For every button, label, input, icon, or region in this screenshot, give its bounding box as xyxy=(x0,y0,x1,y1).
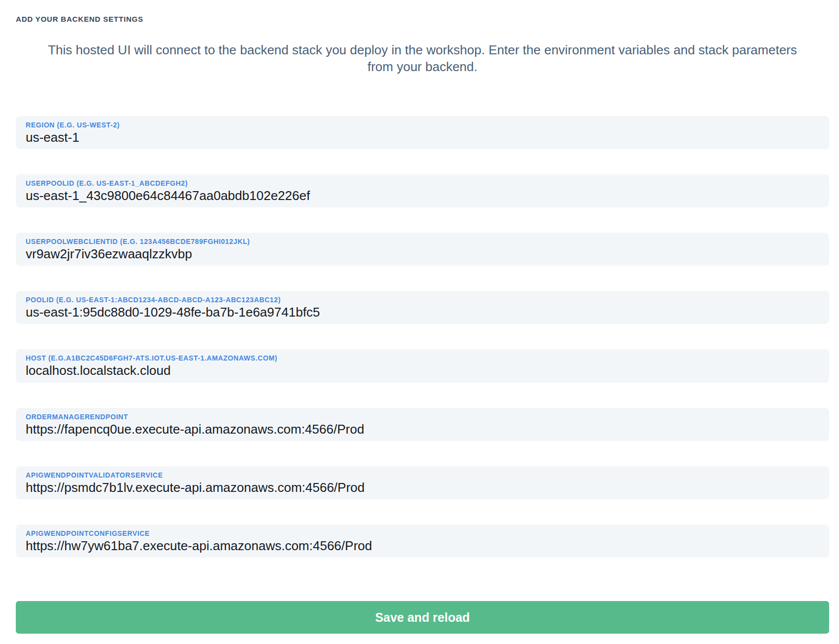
host-label: HOST (E.G.A1BC2C45D6FGH7-ATS.IOT.US-EAST… xyxy=(26,354,819,362)
field-host: HOST (E.G.A1BC2C45D6FGH7-ATS.IOT.US-EAST… xyxy=(16,349,829,382)
host-input[interactable] xyxy=(26,363,819,378)
save-and-reload-button[interactable]: Save and reload xyxy=(16,601,829,634)
region-label: REGION (E.G. US-WEST-2) xyxy=(26,121,819,129)
userpoolid-input[interactable] xyxy=(26,188,819,203)
field-apigwendpointvalidatorservice: APIGWENDPOINTVALIDATORSERVICE xyxy=(16,466,829,499)
settings-description: This hosted UI will connect to the backe… xyxy=(37,42,808,76)
userpoolwebclientid-label: USERPOOLWEBCLIENTID (E.G. 123A456BCDE789… xyxy=(26,238,819,245)
apigwendpointconfigservice-label: APIGWENDPOINTCONFIGSERVICE xyxy=(26,529,819,537)
ordermanagerendpoint-input[interactable] xyxy=(26,422,819,437)
apigwendpointvalidatorservice-label: APIGWENDPOINTVALIDATORSERVICE xyxy=(26,471,819,479)
apigwendpointconfigservice-input[interactable] xyxy=(26,538,819,554)
page-title: ADD YOUR BACKEND SETTINGS xyxy=(16,15,829,23)
field-userpoolid: USERPOOLID (E.G. US-EAST-1_ABCDEFGH2) xyxy=(16,174,829,207)
field-apigwendpointconfigservice: APIGWENDPOINTCONFIGSERVICE xyxy=(16,524,829,558)
field-region: REGION (E.G. US-WEST-2) xyxy=(16,116,829,149)
settings-form: REGION (E.G. US-WEST-2) USERPOOLID (E.G.… xyxy=(16,116,829,558)
backend-settings-page: ADD YOUR BACKEND SETTINGS This hosted UI… xyxy=(0,0,839,644)
apigwendpointvalidatorservice-input[interactable] xyxy=(26,480,819,495)
ordermanagerendpoint-label: ORDERMANAGERENDPOINT xyxy=(26,413,819,421)
poolid-label: POOLID (E.G. US-EAST-1:ABCD1234-ABCD-ABC… xyxy=(26,296,819,304)
userpoolwebclientid-input[interactable] xyxy=(26,246,819,262)
field-poolid: POOLID (E.G. US-EAST-1:ABCD1234-ABCD-ABC… xyxy=(16,291,829,324)
field-userpoolwebclientid: USERPOOLWEBCLIENTID (E.G. 123A456BCDE789… xyxy=(16,233,829,266)
region-input[interactable] xyxy=(26,130,819,145)
field-ordermanagerendpoint: ORDERMANAGERENDPOINT xyxy=(16,408,829,441)
userpoolid-label: USERPOOLID (E.G. US-EAST-1_ABCDEFGH2) xyxy=(26,179,819,187)
poolid-input[interactable] xyxy=(26,305,819,320)
